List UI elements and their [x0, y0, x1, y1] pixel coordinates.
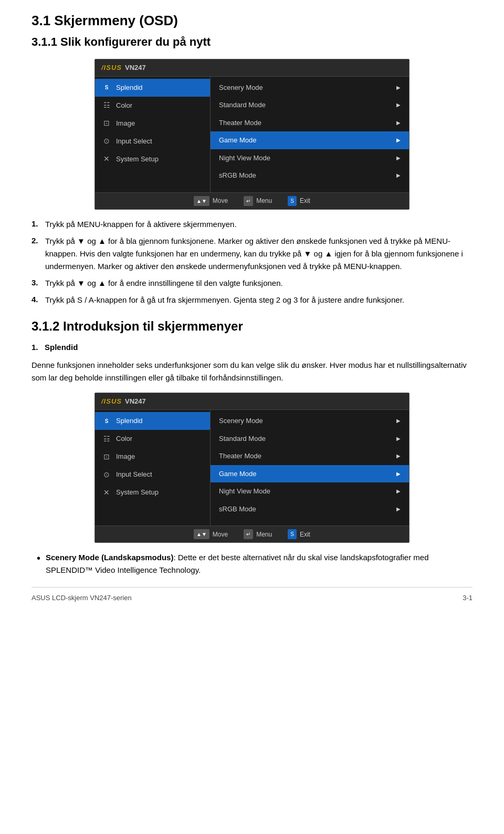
osd-right-item-theater-mode[interactable]: Theater Mode ▶ [211, 447, 409, 465]
left-item-icon: ✕ [101, 154, 112, 164]
right-item-arrow: ▶ [396, 417, 401, 425]
right-item-label: sRGB Mode [219, 170, 256, 181]
splendid-intro: Denne funksjonen inneholder seks underfu… [32, 359, 472, 384]
footer-right: 3-1 [463, 593, 472, 603]
right-item-arrow: ▶ [396, 171, 401, 179]
move-icon-2: ▲▼ [194, 529, 209, 539]
footer-exit-1: S Exit [288, 196, 310, 206]
osd-left-item-input-select[interactable]: ⊙ Input Select [95, 132, 210, 150]
right-item-label: Game Mode [219, 469, 257, 479]
osd-footer-2: ▲▼ Move ↵ Menu S Exit [95, 526, 409, 542]
osd-left-item-image[interactable]: ⊡ Image [95, 115, 210, 132]
left-item-icon: ☷ [101, 434, 112, 444]
step-3: 3. Trykk på ▼ og ▲ for å endre innstilli… [32, 277, 472, 290]
right-item-arrow: ▶ [396, 101, 401, 109]
left-item-icon: ⊡ [101, 118, 112, 129]
right-item-arrow: ▶ [396, 505, 401, 513]
osd-right-item-standard-mode[interactable]: Standard Mode ▶ [211, 430, 409, 448]
left-item-icon: S [101, 83, 112, 93]
osd-brand-2: /ISUS [101, 396, 122, 407]
left-item-label: Input Select [116, 469, 152, 480]
osd-brand-1: /ISUS [101, 63, 122, 73]
right-item-label: Standard Mode [219, 100, 266, 110]
left-item-label: Input Select [116, 136, 152, 147]
osd-right-item-theater-mode[interactable]: Theater Mode ▶ [211, 114, 409, 132]
osd-screenshot-2: /ISUS VN247 S Splendid☷ Color⊡ Image⊙ In… [94, 393, 410, 543]
footer-move-2: ▲▼ Move [194, 529, 228, 539]
osd-right-item-game-mode[interactable]: Game Mode ▶ [211, 465, 409, 483]
osd-model-1: VN247 [125, 63, 146, 73]
left-item-label: Color [116, 100, 132, 111]
footer-menu-1: ↵ Menu [244, 196, 272, 206]
right-item-label: Night View Mode [219, 486, 270, 497]
right-item-arrow: ▶ [396, 487, 401, 495]
step-1: 1. Trykk på MENU-knappen for å aktivere … [32, 218, 472, 231]
right-item-label: Game Mode [219, 135, 257, 146]
page-footer: ASUS LCD-skjerm VN247-serien 3-1 [32, 587, 472, 603]
right-item-label: Scenery Mode [219, 416, 263, 426]
menu-icon-2: ↵ [244, 529, 253, 539]
step-2: 2. Trykk på ▼ og ▲ for å bla gjennom fun… [32, 235, 472, 273]
left-item-icon: S [101, 416, 112, 426]
osd-screenshot-1: /ISUS VN247 S Splendid☷ Color⊡ Image⊙ In… [94, 59, 410, 210]
left-item-label: Color [116, 434, 132, 444]
right-item-label: Scenery Mode [219, 83, 263, 93]
osd-model-2: VN247 [125, 396, 146, 407]
osd-body-1: S Splendid☷ Color⊡ Image⊙ Input Select✕ … [95, 77, 409, 192]
osd-body-2: S Splendid☷ Color⊡ Image⊙ Input Select✕ … [95, 410, 409, 526]
right-item-label: Theater Mode [219, 451, 261, 461]
bullet-scenery-text: Scenery Mode (Landskapsmodus): Dette er … [46, 551, 472, 576]
osd-left-menu-1: S Splendid☷ Color⊡ Image⊙ Input Select✕ … [95, 77, 211, 192]
osd-left-item-image[interactable]: ⊡ Image [95, 448, 210, 466]
left-item-icon: ⊙ [101, 136, 112, 147]
bullet-dot: • [37, 551, 40, 576]
osd-left-item-splendid[interactable]: S Splendid [95, 79, 210, 97]
left-item-icon: ☷ [101, 100, 112, 111]
left-item-icon: ⊡ [101, 451, 112, 462]
right-item-label: Night View Mode [219, 153, 270, 163]
osd-titlebar-1: /ISUS VN247 [95, 59, 409, 77]
osd-right-menu-2: Scenery Mode ▶Standard Mode ▶Theater Mod… [211, 410, 409, 526]
osd-titlebar-2: /ISUS VN247 [95, 393, 409, 410]
osd-left-item-splendid[interactable]: S Splendid [95, 412, 210, 430]
osd-left-menu-2: S Splendid☷ Color⊡ Image⊙ Input Select✕ … [95, 410, 211, 526]
right-item-label: Standard Mode [219, 434, 266, 444]
osd-right-item-night-view-mode[interactable]: Night View Mode ▶ [211, 149, 409, 167]
right-item-label: sRGB Mode [219, 504, 256, 514]
osd-left-item-color[interactable]: ☷ Color [95, 97, 210, 115]
right-item-arrow: ▶ [396, 119, 401, 127]
osd-right-item-scenery-mode[interactable]: Scenery Mode ▶ [211, 412, 409, 430]
step-text: Trykk på MENU-knappen for å aktivere skj… [45, 218, 237, 231]
osd-left-item-system-setup[interactable]: ✕ System Setup [95, 483, 210, 501]
step-num: 2. [32, 235, 40, 273]
right-item-arrow: ▶ [396, 84, 401, 91]
step-text: Trykk på ▼ og ▲ for å endre innstillinge… [45, 277, 283, 290]
footer-exit-2: S Exit [288, 529, 310, 539]
osd-footer-1: ▲▼ Move ↵ Menu S Exit [95, 192, 409, 209]
osd-right-item-srgb-mode[interactable]: sRGB Mode ▶ [211, 500, 409, 518]
osd-right-item-standard-mode[interactable]: Standard Mode ▶ [211, 96, 409, 114]
right-item-arrow: ▶ [396, 435, 401, 442]
steps-container: 1. Trykk på MENU-knappen for å aktivere … [32, 218, 472, 306]
osd-right-item-game-mode[interactable]: Game Mode ▶ [211, 131, 409, 149]
step-text: Trykk på S / A-knappen for å gå ut fra s… [45, 294, 404, 306]
osd-left-item-system-setup[interactable]: ✕ System Setup [95, 150, 210, 168]
footer-menu-2: ↵ Menu [244, 529, 272, 539]
splendid-num: 1. [32, 343, 38, 352]
left-item-label: System Setup [116, 487, 159, 498]
section2-title: 3.1.2 Introduksjon til skjermmenyer [32, 317, 472, 336]
footer-move-1: ▲▼ Move [194, 196, 228, 206]
subsection-title: 3.1.1 Slik konfigurerer du på nytt [32, 33, 472, 50]
right-item-arrow: ▶ [396, 136, 401, 144]
osd-left-item-input-select[interactable]: ⊙ Input Select [95, 466, 210, 483]
step-num: 4. [32, 294, 40, 306]
osd-right-item-scenery-mode[interactable]: Scenery Mode ▶ [211, 79, 409, 97]
osd-right-item-night-view-mode[interactable]: Night View Mode ▶ [211, 482, 409, 500]
right-item-label: Theater Mode [219, 118, 261, 128]
left-item-label: Splendid [116, 83, 143, 93]
osd-left-item-color[interactable]: ☷ Color [95, 430, 210, 448]
osd-right-item-srgb-mode[interactable]: sRGB Mode ▶ [211, 167, 409, 184]
splendid-title: Splendid [45, 343, 78, 352]
exit-icon-2: S [288, 529, 297, 539]
left-item-icon: ⊙ [101, 469, 112, 480]
